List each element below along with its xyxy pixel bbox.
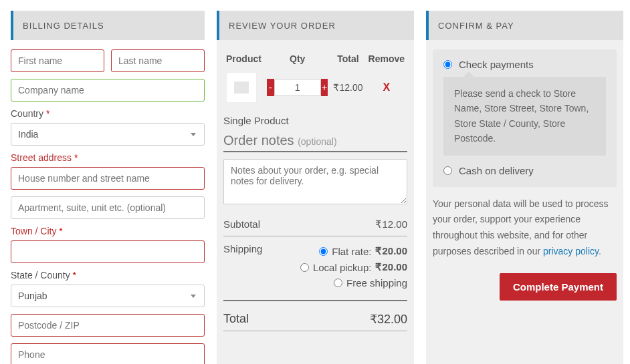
review-heading: REVIEW YOUR ORDER (229, 21, 336, 31)
first-name-input[interactable] (11, 49, 104, 72)
divider (223, 331, 407, 331)
line-total: ₹12.00 (330, 68, 365, 107)
country-select[interactable]: India (11, 123, 205, 146)
subtotal-row: Subtotal ₹12.00 (223, 216, 407, 233)
phone-input[interactable] (11, 343, 205, 364)
payment-option-check: Check payments (443, 59, 606, 70)
state-county-select[interactable]: Punjab (11, 285, 205, 307)
town-city-input[interactable] (11, 240, 205, 263)
postcode-input[interactable] (11, 314, 205, 337)
review-order-column: REVIEW YOUR ORDER Product Qty Total Remo… (217, 11, 414, 364)
remove-item-button[interactable]: X (383, 81, 390, 93)
product-name: Single Product (223, 115, 407, 126)
payment-check-description: Please send a check to Store Name, Store… (443, 77, 606, 156)
quantity-stepper: - + (267, 79, 328, 96)
payment-check-radio[interactable] (443, 60, 452, 69)
state-county-label: State / County * (11, 270, 205, 281)
image-placeholder-icon (234, 81, 249, 94)
confirm-heading: CONFIRM & PAY (438, 21, 514, 31)
payment-methods-block: Check payments Please send a check to St… (433, 49, 617, 187)
divider (223, 151, 407, 152)
town-city-label: Town / City * (11, 226, 205, 236)
divider (223, 300, 407, 301)
th-qty: Qty (264, 49, 331, 68)
qty-input[interactable] (274, 79, 321, 96)
billing-details-column: BILLING DETAILS Country * India Street a… (11, 11, 205, 364)
confirm-heading-bar: CONFIRM & PAY (426, 11, 623, 40)
total-row: Total ₹32.00 (223, 308, 407, 328)
confirm-pay-column: CONFIRM & PAY Check payments Please send… (426, 11, 623, 364)
th-total: Total (330, 49, 365, 68)
th-remove: Remove (366, 49, 407, 68)
divider (223, 236, 407, 236)
street-address-label: Street address * (11, 152, 205, 163)
privacy-policy-link[interactable]: privacy policy (543, 246, 599, 256)
qty-minus-button[interactable]: - (267, 79, 274, 96)
shipping-option-local: Local pickup: ₹20.00 (300, 259, 407, 275)
shipping-flat-radio[interactable] (319, 247, 328, 256)
total-value: ₹32.00 (370, 312, 407, 327)
shipping-row: Shipping Flat rate: ₹20.00 Local pickup:… (223, 240, 407, 293)
shipping-free-radio[interactable] (334, 279, 342, 287)
country-label: Country * (11, 108, 205, 119)
company-name-input[interactable] (11, 79, 205, 102)
th-product: Product (223, 49, 264, 68)
table-row: - + ₹12.00 X (223, 68, 407, 107)
qty-plus-button[interactable]: + (321, 79, 328, 96)
payment-cod-radio[interactable] (443, 166, 452, 175)
total-label: Total (223, 312, 249, 327)
checkout-page: BILLING DETAILS Country * India Street a… (11, 11, 619, 364)
payment-option-cod: Cash on delivery (443, 165, 606, 176)
billing-heading-bar: BILLING DETAILS (11, 11, 205, 40)
street-address-2-input[interactable] (11, 196, 205, 219)
last-name-input[interactable] (111, 49, 205, 72)
subtotal-label: Subtotal (223, 218, 260, 230)
shipping-local-radio[interactable] (300, 263, 309, 272)
order-notes-textarea[interactable] (223, 159, 407, 204)
review-heading-bar: REVIEW YOUR ORDER (217, 11, 414, 40)
shipping-label: Shipping (223, 243, 262, 254)
product-thumbnail (226, 72, 257, 103)
shipping-option-flat: Flat rate: ₹20.00 (300, 243, 407, 259)
privacy-notice: Your personal data will be used to proce… (433, 196, 617, 260)
shipping-option-free: Free shipping (300, 275, 407, 291)
street-address-1-input[interactable] (11, 167, 205, 190)
order-items-table: Product Qty Total Remove (223, 49, 407, 107)
order-notes-title: Order notes (optional) (223, 133, 407, 148)
billing-heading: BILLING DETAILS (23, 21, 104, 31)
complete-payment-button[interactable]: Complete Payment (500, 273, 617, 301)
subtotal-value: ₹12.00 (375, 218, 407, 230)
